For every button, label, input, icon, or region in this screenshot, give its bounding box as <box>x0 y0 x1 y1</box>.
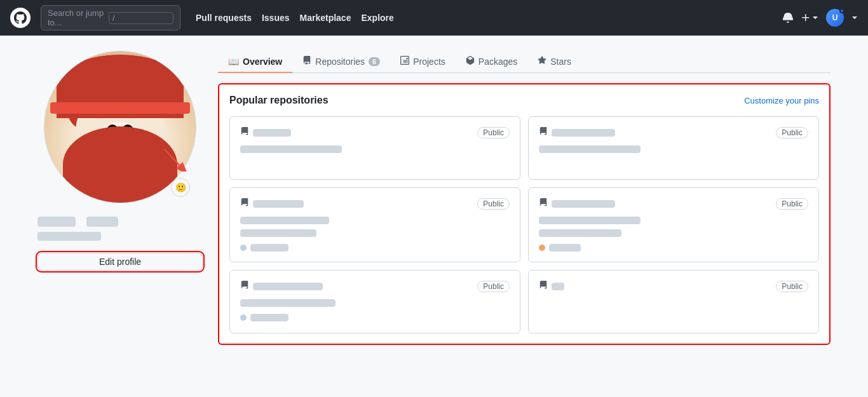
display-name-blur <box>37 217 76 227</box>
repo-5-desc <box>240 297 510 307</box>
repo-4-lang-dot <box>539 245 545 251</box>
repo-3-icon <box>240 198 249 209</box>
repo-1-icon <box>240 127 249 138</box>
repos-grid: Public Public <box>229 116 819 333</box>
tab-overview[interactable]: 📖 Overview <box>218 51 292 73</box>
repo-4-name-area <box>539 198 615 209</box>
repo-icon <box>302 56 311 67</box>
repo-3-name-area <box>240 198 304 209</box>
profile-display-name <box>37 213 203 228</box>
repo-3-desc-line1 <box>240 217 329 224</box>
repositories-badge: 6 <box>369 57 380 66</box>
profile-tabs: 📖 Overview Repositories 6 Projects <box>218 51 831 73</box>
avatar-container: 🙂 <box>44 51 196 203</box>
repo-5-public-badge: Public <box>477 281 510 292</box>
profile-username <box>37 229 203 243</box>
projects-icon <box>400 56 409 67</box>
tab-projects[interactable]: Projects <box>390 51 456 73</box>
repo-2-desc <box>539 144 808 154</box>
repo-1-desc <box>240 144 510 154</box>
repo-card-5-header: Public <box>240 281 510 292</box>
repo-4-meta <box>539 244 808 252</box>
popular-repos-header: Popular repositories Customize your pins <box>229 95 819 106</box>
repo-6-name-area <box>539 281 564 292</box>
repo-card-5: Public <box>229 270 520 333</box>
navbar-links: Pull requests Issues Marketplace Explore <box>196 13 394 23</box>
repo-4-desc <box>539 215 808 238</box>
avatar-badge <box>839 8 844 13</box>
page-layout: 🙂 Edit profile <box>27 36 841 360</box>
popular-repos-title: Popular repositories <box>229 95 329 106</box>
repo-2-desc-line1 <box>539 145 641 153</box>
repo-2-name <box>552 129 615 137</box>
repo-2-public-badge: Public <box>776 127 808 138</box>
search-slash: / <box>109 12 173 24</box>
dog-hat-brim <box>50 102 190 114</box>
repo-3-public-badge: Public <box>477 198 510 210</box>
nav-pull-requests[interactable]: Pull requests <box>196 13 252 23</box>
repo-card-2-header: Public <box>539 127 808 138</box>
edit-profile-button[interactable]: Edit profile <box>37 253 203 271</box>
repo-4-desc-line1 <box>539 217 641 224</box>
repo-card-3: Public <box>229 187 520 262</box>
repo-3-meta <box>240 244 510 252</box>
user-avatar[interactable]: U <box>826 9 844 27</box>
plus-menu-button[interactable] <box>801 13 818 23</box>
repo-3-name <box>253 200 304 208</box>
packages-icon <box>466 56 475 67</box>
repo-5-meta <box>240 314 510 321</box>
repo-3-lang-name <box>250 244 288 252</box>
repo-card-1: Public <box>229 116 520 180</box>
repo-2-name-area <box>539 127 615 138</box>
search-box[interactable]: Search or jump to... / <box>41 5 180 30</box>
search-placeholder: Search or jump to... <box>48 8 105 27</box>
repo-card-2: Public <box>528 116 819 180</box>
customize-pins-link[interactable]: Customize your pins <box>744 96 819 105</box>
arrow-indicator <box>161 146 187 172</box>
dog-body <box>63 126 177 203</box>
repo-5-icon <box>240 281 249 292</box>
avatar-dog-illustration <box>44 51 196 203</box>
repo-1-name <box>253 129 291 137</box>
repo-5-lang-name <box>250 314 288 321</box>
avatar-emoji-button[interactable]: 🙂 <box>171 178 190 197</box>
repo-card-3-header: Public <box>240 198 510 210</box>
repo-1-public-badge: Public <box>477 127 510 138</box>
profile-sidebar: 🙂 Edit profile <box>37 51 203 345</box>
navbar: Search or jump to... / Pull requests Iss… <box>0 0 868 36</box>
repo-4-name <box>552 200 615 208</box>
repo-1-desc-line1 <box>240 145 342 153</box>
username-blur <box>37 232 101 241</box>
book-icon: 📖 <box>228 57 239 67</box>
repo-2-icon <box>539 127 548 138</box>
repo-4-desc-line2 <box>539 229 621 237</box>
repo-3-desc-line2 <box>240 229 316 237</box>
repo-5-name-area <box>240 281 323 292</box>
nav-explore[interactable]: Explore <box>361 13 393 23</box>
repo-3-lang-dot <box>240 245 247 251</box>
display-name-blur-2 <box>86 217 118 227</box>
repo-4-public-badge: Public <box>776 198 808 210</box>
repo-5-desc-line1 <box>240 299 336 307</box>
repo-5-lang-dot <box>240 314 247 321</box>
tab-repositories[interactable]: Repositories 6 <box>292 51 390 73</box>
repo-5-name <box>253 283 323 290</box>
repo-3-desc <box>240 215 510 238</box>
repo-4-icon <box>539 198 548 209</box>
notifications-button[interactable] <box>783 13 793 23</box>
popular-repos-section: Popular repositories Customize your pins… <box>218 83 831 345</box>
tab-stars[interactable]: Stars <box>527 51 581 73</box>
main-content: 📖 Overview Repositories 6 Projects <box>218 51 831 345</box>
repo-6-name <box>552 283 564 290</box>
nav-marketplace[interactable]: Marketplace <box>300 13 351 23</box>
nav-issues[interactable]: Issues <box>262 13 290 23</box>
repo-card-6-header: Public <box>539 281 808 292</box>
repo-card-4-header: Public <box>539 198 808 210</box>
repo-6-public-badge: Public <box>776 281 808 292</box>
avatar-chevron <box>851 15 858 21</box>
github-logo[interactable] <box>10 8 31 28</box>
repo-6-icon <box>539 281 548 292</box>
repo-card-1-header: Public <box>240 127 510 138</box>
repo-card-4: Public <box>528 187 819 262</box>
tab-packages[interactable]: Packages <box>456 51 527 73</box>
